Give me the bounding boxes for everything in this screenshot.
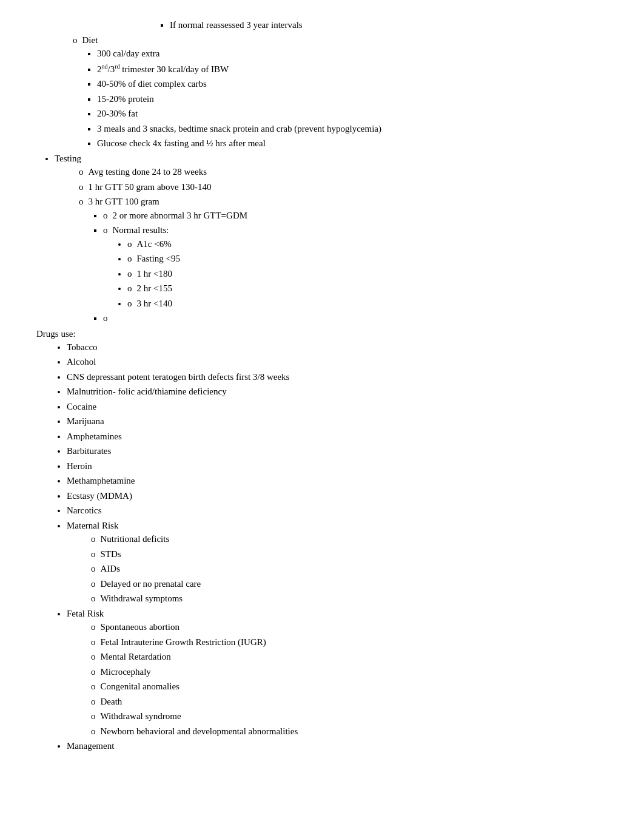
list-item: Mental Retardation	[91, 650, 608, 664]
list-item: 1 hr GTT 50 gram above 130-140	[79, 180, 608, 194]
list-item-empty	[103, 311, 608, 325]
list-item: 2 hr <155	[127, 282, 608, 296]
management-item: Management	[67, 739, 608, 753]
list-item: 300 cal/day extra	[97, 47, 608, 61]
testing-item: Testing Avg testing done 24 to 28 weeks …	[55, 152, 608, 325]
list-item: 20-30% fat	[97, 107, 608, 121]
list-item: Avg testing done 24 to 28 weeks	[79, 165, 608, 179]
list-item: If normal reassessed 3 year intervals	[170, 18, 608, 32]
list-item: CNS depressant potent teratogen birth de…	[67, 370, 608, 384]
list-item-delayed-prenatal: Delayed or no prenatal care	[91, 577, 608, 591]
list-item: A1c <6%	[127, 237, 608, 251]
maternal-risk-item: Maternal Risk Nutritional deficits STDs …	[67, 519, 608, 606]
list-item: Ecstasy (MDMA)	[67, 489, 608, 503]
list-item: Narcotics	[67, 504, 608, 518]
list-item: 15-20% protein	[97, 92, 608, 106]
fetal-risk-item: Fetal Risk Spontaneous abortion Fetal In…	[67, 607, 608, 739]
list-item: Methamphetamine	[67, 474, 608, 488]
list-item: Malnutrition- folic acid/thiamine defici…	[67, 385, 608, 399]
list-item: Barbiturates	[67, 444, 608, 458]
list-item: Tobacco	[67, 340, 608, 354]
list-item: Alcohol	[67, 355, 608, 369]
list-item: 2nd/3rd trimester 30 kcal/day of IBW	[97, 62, 608, 76]
list-item: Withdrawal symptoms	[91, 592, 608, 606]
list-item: 1 hr <180	[127, 267, 608, 281]
list-item: Amphetamines	[67, 430, 608, 444]
list-item: AIDs	[91, 562, 608, 576]
list-item: Newborn behavioral and developmental abn…	[91, 725, 608, 739]
list-item: Spontaneous abortion	[91, 620, 608, 634]
list-item: Marijuana	[67, 414, 608, 428]
list-item: 2 or more abnormal 3 hr GTT=GDM	[103, 209, 608, 223]
list-item: Cocaine	[67, 400, 608, 414]
list-item: Congenital anomalies	[91, 680, 608, 694]
list-item: STDs	[91, 547, 608, 561]
list-item: Fetal Intrauterine Growth Restriction (I…	[91, 635, 608, 649]
drugs-label: Drugs use:	[36, 329, 608, 339]
list-item: Death	[91, 695, 608, 709]
list-item: Glucose check 4x fasting and ½ hrs after…	[97, 137, 608, 150]
list-item: 3 hr <140	[127, 297, 608, 311]
list-item: Normal results: A1c <6% Fasting <95 1 hr…	[103, 223, 608, 310]
list-item: 3 meals and 3 snacks, bedtime snack prot…	[97, 122, 608, 136]
list-item: Nutritional deficits	[91, 532, 608, 546]
list-item: Withdrawal syndrome	[91, 709, 608, 723]
list-item: Microcephaly	[91, 665, 608, 679]
list-item: 3 hr GTT 100 gram 2 or more abnormal 3 h…	[79, 195, 608, 325]
list-item: 40-50% of diet complex carbs	[97, 77, 608, 91]
list-item: Heroin	[67, 459, 608, 473]
list-item: Fasting <95	[127, 252, 608, 266]
main-content: If normal reassessed 3 year intervals oD…	[36, 18, 608, 753]
diet-item: oDiet 300 cal/day extra 2nd/3rd trimeste…	[73, 33, 608, 150]
